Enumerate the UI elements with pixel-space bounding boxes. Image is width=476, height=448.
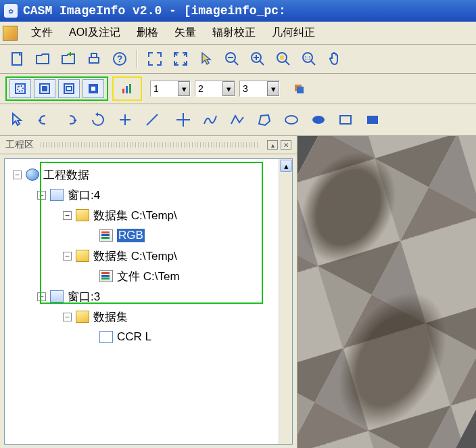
filled-ellipse-tool[interactable] — [307, 108, 330, 131]
add-point-tool[interactable] — [114, 108, 137, 131]
pointer-button[interactable] — [195, 47, 218, 70]
open-plus-button[interactable] — [57, 47, 80, 70]
help-button[interactable]: ? — [108, 47, 131, 70]
tree-dataset-3-file[interactable]: CCR L — [7, 327, 276, 347]
open-button[interactable] — [31, 47, 54, 70]
combo-1[interactable]: ▾ — [150, 81, 191, 97]
collapse-icon[interactable]: − — [63, 313, 72, 321]
mode-4-button[interactable] — [82, 79, 104, 98]
panel-close-button[interactable]: ✕ — [281, 140, 291, 150]
cross-tool[interactable] — [172, 108, 195, 131]
rotate-tool[interactable] — [87, 108, 110, 131]
polyline-tool[interactable] — [226, 108, 249, 131]
svg-line-14 — [285, 61, 289, 65]
combo-2[interactable]: ▾ — [195, 81, 235, 97]
svg-rect-27 — [129, 84, 131, 93]
main-toolbar: ? 1:1 — [0, 45, 476, 74]
ellipse-tool[interactable] — [280, 108, 303, 131]
combo-2-dropdown[interactable]: ▾ — [222, 81, 235, 96]
mode-3-button[interactable] — [58, 79, 80, 98]
globe-icon — [26, 169, 39, 181]
menu-grid[interactable]: 删格 — [128, 23, 166, 43]
svg-rect-24 — [91, 87, 95, 91]
page-icon — [99, 331, 113, 343]
tree-scrollbar[interactable]: ▴ — [279, 159, 292, 444]
zoom-1to1-button[interactable]: 1:1 — [298, 47, 320, 70]
tree-label: 工程数据 — [43, 167, 89, 183]
zoom-out-button[interactable] — [220, 47, 243, 70]
svg-line-9 — [260, 61, 264, 65]
collapse-icon[interactable]: − — [63, 252, 72, 261]
collapse-icon[interactable]: − — [63, 211, 72, 220]
menu-vector[interactable]: 矢量 — [166, 23, 204, 43]
combo-3[interactable]: ▾ — [239, 81, 280, 97]
tree-label: 窗口:4 — [68, 187, 100, 203]
fit-out-button[interactable] — [169, 47, 192, 70]
tree-label: CCR L — [117, 330, 151, 344]
svg-text:?: ? — [117, 53, 123, 64]
panel-grip — [41, 142, 258, 148]
filled-rect-tool[interactable] — [361, 108, 384, 131]
svg-rect-2 — [91, 53, 97, 58]
menu-radio[interactable]: 辐射校正 — [204, 23, 264, 43]
svg-rect-22 — [66, 87, 72, 91]
folder-icon — [76, 311, 89, 323]
tree-dataset-1-file[interactable]: RGB — [7, 225, 276, 246]
tree-dataset-3[interactable]: − 数据集 — [7, 307, 276, 327]
svg-rect-25 — [122, 89, 124, 93]
chart-button[interactable] — [116, 79, 138, 98]
tree-dataset-2[interactable]: − 数据集 C:\Temp\ — [7, 246, 276, 266]
menu-geo[interactable]: 几何纠正 — [264, 23, 323, 43]
combo-3-input[interactable] — [240, 83, 267, 94]
layers-button[interactable] — [288, 79, 310, 98]
svg-line-17 — [311, 61, 315, 65]
fit-in-button[interactable] — [143, 47, 166, 70]
tree-window-3[interactable]: − 窗口:3 — [7, 286, 276, 307]
select-tool[interactable] — [5, 108, 28, 131]
titlebar: ✿ CASM ImageInfo v2.0 - [imageinfo_pc: — [0, 0, 476, 22]
app-icon: ✿ — [4, 4, 18, 18]
polygon-tool[interactable] — [253, 108, 276, 131]
svg-text:1:1: 1:1 — [304, 55, 311, 60]
line-tool[interactable] — [141, 108, 164, 131]
image-viewer[interactable] — [298, 136, 476, 448]
pan-button[interactable] — [323, 47, 346, 70]
svg-point-36 — [312, 116, 325, 124]
combo-3-dropdown[interactable]: ▾ — [267, 81, 279, 96]
collapse-icon[interactable]: − — [13, 171, 22, 179]
new-button[interactable] — [5, 47, 28, 70]
tree-window-4[interactable]: − 窗口:4 — [7, 185, 276, 205]
tree-dataset-1[interactable]: − 数据集 C:\Temp\ — [7, 205, 276, 225]
tree-dataset-2-file[interactable]: 文件 C:\Tem — [7, 266, 276, 286]
menu-file[interactable]: 文件 — [23, 23, 61, 43]
tree-container: − 工程数据 − 窗口:4 − 数据集 C:\Temp\ — [4, 158, 293, 445]
redo-button[interactable] — [60, 108, 82, 131]
tree-label: 数据集 C:\Temp\ — [93, 248, 177, 264]
doc-icon — [99, 270, 113, 282]
collapse-icon[interactable]: − — [37, 191, 46, 200]
undo-button[interactable] — [32, 108, 55, 131]
svg-rect-29 — [297, 87, 304, 93]
combo-1-dropdown[interactable]: ▾ — [178, 81, 190, 96]
print-button[interactable] — [82, 47, 105, 70]
mode-1-button[interactable] — [9, 79, 31, 98]
combo-2-input[interactable] — [195, 83, 222, 94]
project-tree[interactable]: − 工程数据 − 窗口:4 − 数据集 C:\Temp\ — [5, 159, 279, 444]
scroll-up-button[interactable]: ▴ — [280, 160, 292, 172]
app-title: CASM ImageInfo v2.0 - [imageinfo_pc: — [23, 4, 286, 18]
mode-2-button[interactable] — [34, 79, 55, 98]
collapse-icon[interactable]: − — [37, 292, 46, 301]
menu-aoi[interactable]: AOI及注记 — [61, 23, 128, 43]
zoom-region-button[interactable] — [272, 47, 295, 70]
rect-tool[interactable] — [334, 108, 357, 131]
panel-min-button[interactable]: ▴ — [267, 140, 278, 150]
curve-tool[interactable] — [199, 108, 222, 131]
tree-root[interactable]: − 工程数据 — [7, 164, 276, 185]
zoom-in-button[interactable] — [246, 47, 269, 70]
folder-icon — [76, 250, 89, 262]
combo-1-input[interactable] — [151, 83, 178, 94]
panel-header: 工程区 ▴ ✕ — [0, 136, 297, 154]
svg-line-6 — [234, 61, 238, 65]
chart-group — [112, 76, 142, 101]
window-icon — [50, 290, 64, 303]
